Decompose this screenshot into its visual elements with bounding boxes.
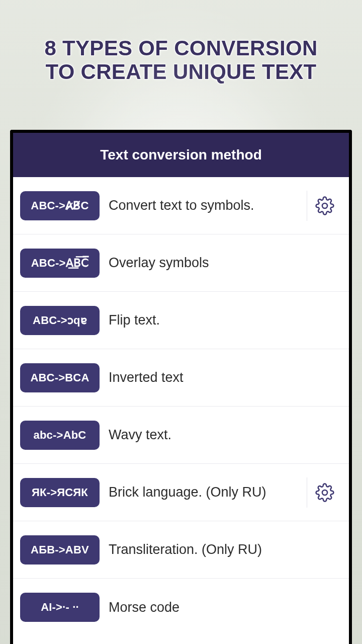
list-item[interactable]: abc->AbC Wavy text. bbox=[13, 407, 349, 464]
conversion-label: Morse code bbox=[100, 600, 342, 615]
conversion-badge: AI->·- ·· bbox=[20, 593, 100, 622]
device-frame: Text conversion method ABC->A̷B̸C Conver… bbox=[10, 130, 352, 644]
conversion-badge: ABC->A͟B͞C̅ bbox=[20, 249, 100, 278]
conversion-label: Flip text. bbox=[100, 312, 342, 328]
gear-icon bbox=[315, 483, 334, 502]
conversion-badge: ABC->ɔqɐ bbox=[20, 306, 100, 335]
appbar: Text conversion method bbox=[13, 133, 349, 177]
list-item[interactable]: ЯК->ЯСЯК Brick language. (Only RU) bbox=[13, 464, 349, 521]
list-item[interactable]: AI->·- ·· Morse code bbox=[13, 579, 349, 636]
list-item[interactable]: АБВ->ABV Transliteration. (Only RU) bbox=[13, 521, 349, 579]
conversion-label: Inverted text bbox=[100, 370, 342, 385]
app-screen: Text conversion method ABC->A̷B̸C Conver… bbox=[13, 133, 349, 644]
settings-button[interactable] bbox=[307, 477, 342, 508]
hero-headline: 8 TYPES OF CONVERSION TO CREATE UNIQUE T… bbox=[0, 0, 362, 99]
conversion-label: Transliteration. (Only RU) bbox=[100, 542, 342, 557]
list-item[interactable]: ABC->A̷B̸C Convert text to symbols. bbox=[13, 177, 349, 234]
conversion-badge: АБВ->ABV bbox=[20, 535, 100, 565]
hero-line1: 8 TYPES OF CONVERSION bbox=[44, 36, 317, 60]
list-item[interactable]: ABC->BCA Inverted text bbox=[13, 349, 349, 407]
hero-line2: TO CREATE UNIQUE TEXT bbox=[45, 60, 316, 84]
conversion-badge: ЯК->ЯСЯК bbox=[20, 478, 100, 507]
settings-button[interactable] bbox=[307, 191, 342, 221]
svg-point-1 bbox=[322, 490, 327, 495]
svg-point-0 bbox=[322, 203, 327, 208]
conversion-badge: ABC->A̷B̸C bbox=[20, 191, 100, 220]
conversion-label: Convert text to symbols. bbox=[100, 198, 304, 213]
conversion-badge: ABC->BCA bbox=[20, 363, 100, 392]
conversion-label: Overlay symbols bbox=[100, 255, 342, 271]
conversion-badge: abc->AbC bbox=[20, 421, 100, 450]
conversion-list: ABC->A̷B̸C Convert text to symbols. ABC-… bbox=[13, 177, 349, 644]
conversion-label: Brick language. (Only RU) bbox=[100, 485, 304, 500]
gear-icon bbox=[315, 196, 334, 215]
conversion-label: Wavy text. bbox=[100, 427, 342, 443]
list-item[interactable]: ABC->A͟B͞C̅ Overlay symbols bbox=[13, 234, 349, 292]
list-item[interactable]: ABC->ɔqɐ Flip text. bbox=[13, 292, 349, 349]
appbar-title: Text conversion method bbox=[100, 147, 262, 163]
